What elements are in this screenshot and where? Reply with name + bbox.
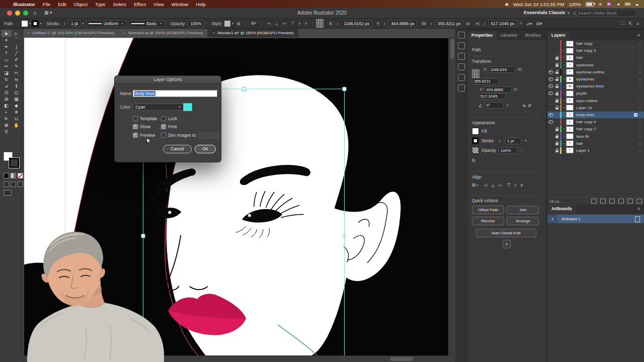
- layer-name[interactable]: hair copy 2: [576, 127, 638, 131]
- layer-name-input[interactable]: body lines: [133, 90, 217, 97]
- checkbox-icon[interactable]: [133, 133, 138, 138]
- menu-item[interactable]: Window: [172, 2, 189, 7]
- layer-color-swatch[interactable]: [183, 103, 192, 111]
- expand-layer-icon[interactable]: ›: [564, 113, 565, 117]
- target-circle-icon[interactable]: ○: [639, 70, 641, 74]
- opacity-field[interactable]: 100%: [499, 147, 518, 154]
- hscroll-thumb[interactable]: [390, 357, 413, 361]
- layer-thumbnail[interactable]: ∞: [566, 98, 574, 104]
- artboard-row[interactable]: 1 Artboard 1: [547, 215, 644, 223]
- align-left-icon[interactable]: ⊣: [267, 21, 271, 26]
- align-right-icon[interactable]: ⊢: [283, 21, 287, 26]
- visibility-toggle[interactable]: [547, 113, 554, 117]
- layer-row[interactable]: › ◖ hair copy ○: [547, 40, 644, 47]
- target-circle-icon[interactable]: ○: [639, 142, 641, 145]
- layer-thumbnail[interactable]: w: [566, 76, 574, 82]
- expand-layer-icon[interactable]: ›: [564, 127, 565, 131]
- fill-swatch[interactable]: [472, 128, 479, 135]
- panel-tab[interactable]: Brushes: [521, 31, 545, 40]
- scissors-tool[interactable]: ✂: [12, 69, 22, 76]
- layer-thumbnail[interactable]: [566, 133, 574, 139]
- layer-thumbnail[interactable]: ∫: [566, 112, 574, 118]
- document-setup-icon[interactable]: ⧉▾: [251, 21, 256, 26]
- scale-tool[interactable]: ⊿: [2, 82, 12, 89]
- quick-action-button[interactable]: Recolor: [472, 217, 504, 225]
- transform-h-field[interactable]: 517.1045: [478, 93, 506, 100]
- close-tab-icon[interactable]: ×: [27, 31, 30, 35]
- layer-row[interactable]: › W eyelashes thick ○: [547, 83, 644, 90]
- layer-name[interactable]: pupils: [576, 91, 638, 96]
- checkbox-icon[interactable]: [161, 124, 166, 129]
- panel-tab[interactable]: Properties: [467, 31, 497, 40]
- new-sublayer-icon[interactable]: [618, 199, 624, 204]
- visibility-toggle[interactable]: [547, 84, 554, 88]
- ok-button[interactable]: OK: [195, 145, 216, 153]
- dialog-checkbox[interactable]: Print: [161, 124, 219, 129]
- fx-button[interactable]: fx.: [472, 158, 476, 163]
- menu-item[interactable]: Help: [196, 2, 206, 7]
- layer-name[interactable]: hair: [576, 141, 638, 146]
- cancel-button[interactable]: Cancel: [163, 145, 191, 153]
- menu-item[interactable]: Effect: [134, 2, 146, 7]
- document-tab[interactable]: × Woman2.ai @ 100% (RGB/GPU Preview): [119, 28, 208, 37]
- layer-row[interactable]: › ≈ eyebrow outline ○: [547, 69, 644, 76]
- close-tab-icon[interactable]: ×: [212, 31, 215, 35]
- layer-thumbnail[interactable]: ◖: [566, 119, 574, 125]
- layer-row[interactable]: › ∫ body lines ○: [547, 112, 644, 119]
- target-circle-icon[interactable]: ○: [639, 106, 641, 110]
- expand-layer-icon[interactable]: ›: [564, 56, 565, 59]
- checkbox-icon[interactable]: [133, 116, 138, 121]
- global-edit-options-icon[interactable]: ▾: [503, 240, 511, 248]
- opacity-icon[interactable]: [472, 147, 479, 154]
- align-more-options[interactable]: ···: [535, 190, 540, 194]
- checkbox-icon[interactable]: [161, 133, 166, 138]
- target-circle-icon[interactable]: ○: [639, 63, 641, 67]
- pencil-tool[interactable]: ✎: [12, 63, 22, 69]
- target-circle-icon[interactable]: ○: [639, 92, 641, 95]
- color-panel-icon[interactable]: [458, 32, 465, 39]
- width-profile-dropdown[interactable]: Uniform▾: [86, 20, 127, 27]
- appearance-more-options[interactable]: ···: [535, 166, 540, 170]
- keyboard-icon[interactable]: ⌨: [624, 2, 630, 7]
- perspective-grid-tool[interactable]: ⊞: [2, 96, 12, 102]
- free-transform-tool[interactable]: ⊡: [2, 89, 12, 96]
- swatches-panel-icon[interactable]: [458, 42, 465, 49]
- color-mode-icon[interactable]: [4, 173, 9, 178]
- menu-item[interactable]: Edit: [58, 2, 66, 7]
- lock-toggle[interactable]: [554, 56, 560, 60]
- align-bottom-icon[interactable]: ⊧: [305, 21, 307, 26]
- layers-tab[interactable]: Layers: [547, 31, 569, 40]
- layer-row[interactable]: › face fill ○: [547, 133, 644, 140]
- rectangle-tool[interactable]: ▭: [2, 56, 12, 63]
- artboard[interactable]: [24, 38, 448, 356]
- layer-row[interactable]: › ◖ hair ○: [547, 54, 644, 61]
- transform-x-field[interactable]: 1186.616: [488, 66, 515, 73]
- quick-action-button[interactable]: Offset Path: [472, 206, 504, 214]
- menu-item[interactable]: Select: [113, 2, 126, 7]
- layer-name[interactable]: face fill: [576, 134, 638, 139]
- layer-thumbnail[interactable]: [566, 48, 574, 54]
- expand-layer-icon[interactable]: ›: [564, 106, 565, 110]
- align-icon[interactable]: ⊦: [515, 183, 517, 188]
- recolor-icon[interactable]: ⊕: [236, 21, 240, 26]
- lock-toggle[interactable]: [554, 84, 560, 88]
- align-icon[interactable]: ⊢: [499, 183, 503, 188]
- panel-menu-icon[interactable]: ≡: [633, 31, 644, 40]
- paintbrush-tool[interactable]: ✐: [12, 56, 22, 63]
- search-adobe-stock-input[interactable]: Search Adobe Stock: [570, 10, 637, 17]
- control-center-icon[interactable]: ◉: [505, 2, 509, 7]
- dialog-checkbox[interactable]: Lock: [161, 116, 219, 121]
- cloud-icon[interactable]: ☁: [635, 2, 639, 7]
- gradient-mode-icon[interactable]: [11, 173, 16, 178]
- close-tab-icon[interactable]: ×: [123, 31, 126, 35]
- layer-row[interactable]: › ◖ hair copy 4 ○: [547, 119, 644, 126]
- transform-w-field[interactable]: 355.8211: [472, 78, 499, 84]
- type-tool[interactable]: T: [2, 50, 12, 56]
- expand-layer-icon[interactable]: ›: [564, 84, 565, 88]
- menu-item[interactable]: Type: [95, 2, 106, 7]
- target-circle-icon[interactable]: ○: [639, 84, 641, 88]
- blend-tool[interactable]: ◐: [2, 109, 12, 115]
- curvature-tool[interactable]: ∫: [12, 43, 22, 50]
- vertical-scrollbar[interactable]: [449, 37, 455, 356]
- lock-toggle[interactable]: [554, 127, 560, 131]
